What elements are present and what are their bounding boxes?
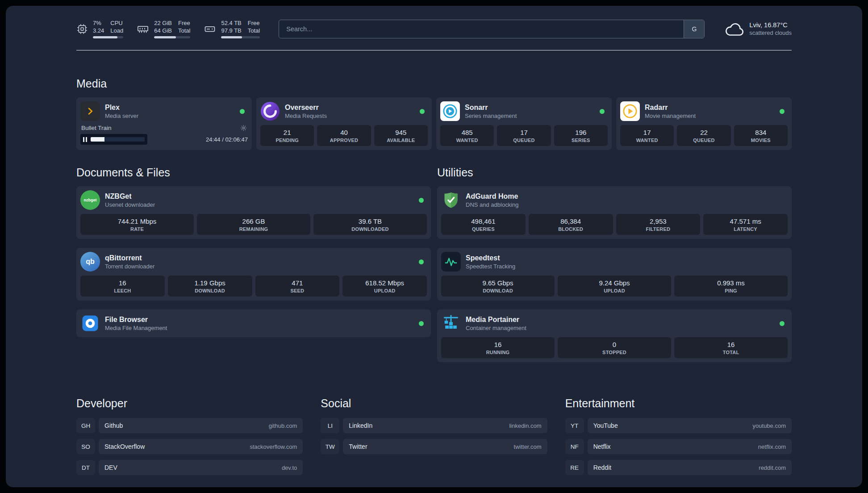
bookmark-url: twitter.com	[514, 443, 542, 450]
seek-bar[interactable]	[91, 137, 145, 142]
status-dot	[419, 321, 424, 326]
service-subtitle: Movie management	[645, 113, 696, 119]
service-text: Sonarr Series management	[465, 103, 517, 119]
stat-tile: 834 MOVIES	[734, 125, 788, 146]
service-subtitle: Media server	[105, 113, 138, 119]
qbittorrent-service-link[interactable]: qb qBittorrent Torrent downloader	[80, 252, 427, 272]
service-text: Radarr Movie management	[645, 103, 696, 119]
radarr-icon	[620, 101, 640, 121]
seek-bar-fill	[91, 137, 104, 142]
stat-tile: 17 WANTED	[620, 125, 674, 146]
cpu-loadavg: 3.24	[93, 27, 104, 34]
bookmark-url: dev.to	[282, 464, 297, 471]
service-name: AdGuard Home	[466, 192, 519, 201]
stat-tile: 16 RUNNING	[441, 337, 555, 358]
weather-widget: Lviv, 16.87°C scattered clouds	[723, 21, 792, 37]
stat-tile: 16 TOTAL	[674, 337, 788, 358]
service-subtitle: Torrent downloader	[105, 263, 154, 270]
stat-tile: 0.993 ms PING	[674, 276, 788, 297]
sonarr-service-link[interactable]: Sonarr Series management	[440, 101, 608, 121]
status-dot	[420, 109, 425, 114]
memory-progress-bar	[154, 36, 190, 38]
service-card-radarr: Radarr Movie management 17 WANTED 22 QUE…	[616, 97, 792, 150]
bookmark-list: LI LinkedInlinkedin.com TW Twittertwitte…	[321, 418, 547, 454]
bookmark-netflix[interactable]: NF Netflixnetflix.com	[565, 439, 792, 454]
memory-stats: 22 GiB 64 GiB Free Total	[154, 19, 190, 38]
bookmark-dev[interactable]: DT DEVdev.to	[76, 460, 303, 475]
stat-tile: 945 AVAILABLE	[374, 125, 428, 146]
filebrowser-service-link[interactable]: File Browser Media File Management	[80, 313, 427, 333]
divider	[76, 50, 792, 50]
stat-tile: 196 SERIES	[554, 125, 608, 146]
bookmark-url: stackoverflow.com	[250, 443, 297, 450]
stat-tile: 17 QUEUED	[497, 125, 551, 146]
bookmark-abbr: RE	[565, 460, 584, 475]
service-name: qBittorrent	[105, 254, 154, 263]
pause-button[interactable]	[83, 137, 87, 142]
portainer-icon	[441, 313, 461, 333]
gear-icon[interactable]	[240, 125, 247, 131]
status-dot	[419, 259, 424, 264]
media-card-grid: Plex Media server Bullet Train	[76, 97, 792, 150]
bookmark-url: netflix.com	[758, 443, 786, 450]
bookmark-name: Twitter	[349, 443, 367, 450]
nzbget-service-link[interactable]: nzbget NZBGet Usenet downloader	[80, 190, 427, 210]
bookmark-twitter[interactable]: TW Twittertwitter.com	[321, 439, 547, 454]
status-dot	[600, 109, 605, 114]
memory-total: 64 GiB	[154, 27, 172, 34]
disk-progress-fill	[221, 36, 242, 38]
portainer-service-link[interactable]: Media Portainer Container management	[441, 313, 788, 333]
disk-icon	[204, 23, 216, 35]
stat-tile: 39.6 TB DOWNLOADED	[313, 214, 427, 235]
service-text: qBittorrent Torrent downloader	[105, 254, 154, 270]
stats-row: 9.65 Gbps DOWNLOAD 9.24 Gbps UPLOAD 0.99…	[441, 276, 788, 297]
bookmark-group-entertainment: Entertainment YT YouTubeyoutube.com NF N…	[565, 397, 792, 481]
status-dot	[419, 198, 424, 203]
pause-icon	[83, 137, 87, 142]
bookmark-abbr: TW	[321, 439, 339, 454]
bookmark-github[interactable]: GH Githubgithub.com	[76, 418, 303, 433]
bookmark-reddit[interactable]: RE Redditreddit.com	[565, 460, 792, 475]
section-title-documents: Documents & Files	[76, 166, 431, 179]
service-name: File Browser	[105, 315, 167, 324]
lower-card-grid: Documents & Files nzbget NZBGet Usenet d…	[76, 166, 792, 371]
search-provider-button[interactable]: G	[684, 20, 704, 38]
service-card-plex: Plex Media server Bullet Train	[76, 97, 252, 150]
weather-condition: scattered clouds	[749, 29, 792, 36]
search-bar: G	[279, 20, 705, 38]
bookmark-url: linkedin.com	[509, 422, 541, 429]
disk-progress-bar	[221, 36, 260, 38]
bookmark-linkedin[interactable]: LI LinkedInlinkedin.com	[321, 418, 547, 433]
service-card-filebrowser: File Browser Media File Management	[76, 309, 431, 337]
stat-tile: 498,461 QUERIES	[441, 214, 526, 235]
bookmark-url: youtube.com	[753, 422, 786, 429]
bookmark-name: DEV	[104, 464, 117, 471]
bookmark-youtube[interactable]: YT YouTubeyoutube.com	[565, 418, 792, 433]
radarr-service-link[interactable]: Radarr Movie management	[620, 101, 788, 121]
overseerr-service-link[interactable]: Overseerr Media Requests	[260, 101, 428, 121]
bookmark-group-developer: Developer GH Githubgithub.com SO StackOv…	[76, 397, 303, 481]
section-title-media: Media	[76, 77, 792, 90]
bookmark-stackoverflow[interactable]: SO StackOverflowstackoverflow.com	[76, 439, 303, 454]
bookmark-name: StackOverflow	[104, 443, 145, 450]
stat-tile: 618.52 Mbps UPLOAD	[342, 276, 427, 297]
search-input[interactable]	[279, 20, 684, 38]
bookmark-group-social: Social LI LinkedInlinkedin.com TW Twitte…	[321, 397, 547, 481]
bookmark-name: LinkedIn	[349, 422, 372, 429]
stat-tile: 47.571 ms LATENCY	[703, 214, 788, 235]
stats-row: 21 PENDING 40 APPROVED 945 AVAILABLE	[260, 125, 428, 146]
plex-service-link[interactable]: Plex Media server	[80, 101, 248, 121]
stat-tile: 21 PENDING	[260, 125, 314, 146]
top-bar: 7% 3.24 CPU Load	[76, 19, 792, 38]
adguard-service-link[interactable]: AdGuard Home DNS and adblocking	[441, 190, 788, 210]
speedtest-service-link[interactable]: Speedtest Speedtest Tracking	[441, 252, 788, 272]
bookmark-name: Netflix	[593, 443, 611, 450]
service-subtitle: DNS and adblocking	[466, 201, 519, 208]
bookmark-abbr: YT	[565, 418, 584, 433]
service-card-sonarr: Sonarr Series management 485 WANTED 17 Q…	[436, 97, 612, 150]
cpu-load-label: Load	[110, 27, 123, 34]
status-dot	[240, 109, 245, 114]
overseerr-icon	[260, 101, 280, 121]
cpu-widget: 7% 3.24 CPU Load	[76, 19, 123, 38]
service-card-speedtest: Speedtest Speedtest Tracking 9.65 Gbps D…	[437, 248, 792, 301]
